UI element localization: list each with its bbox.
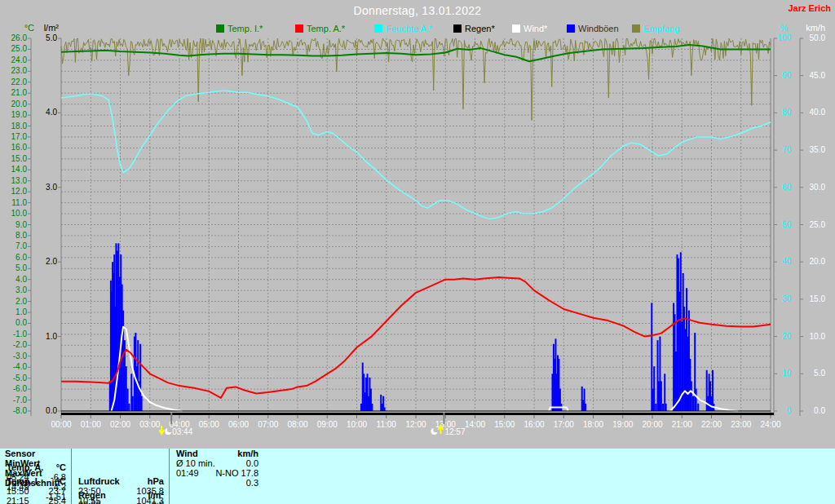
humidity-tick-label: 60	[782, 183, 792, 192]
series-wind-line	[112, 327, 739, 411]
temp-tick-label: 11.0	[11, 198, 27, 207]
windspeed-tick-label: 25.0	[810, 220, 826, 229]
table-column: Temp. I.°C15:5023.721:1525.424.75	[0, 476, 72, 490]
x-axis-label: 21:00	[672, 420, 692, 429]
temp-tick-label: 6.0	[15, 253, 27, 262]
humidity-axis-labels: 1009080706050403020100	[774, 33, 791, 415]
x-axis-label: 22:00	[701, 420, 722, 429]
chart-grid	[61, 38, 771, 411]
temp-tick-label: 19.0	[11, 110, 28, 119]
marker-time-label: 03:44	[172, 427, 192, 436]
windspeed-tick-label: 10.0	[810, 332, 826, 341]
windspeed-axis-unit: km/h	[806, 23, 825, 33]
humidity-tick-label: 50	[782, 220, 792, 229]
temp-tick-label: 23.0	[11, 66, 28, 75]
temp-tick-label: 0.0	[15, 318, 27, 327]
weather-chart: 26.025.024.023.022.021.020.019.018.017.0…	[0, 0, 835, 449]
temp-tick-label: 20.0	[11, 99, 28, 108]
temp-tick-label: 5.0	[15, 263, 27, 272]
x-axis-label: 11:00	[377, 420, 397, 429]
cell-time: Temp. A.	[7, 462, 43, 472]
x-axis-label: 12:00	[405, 420, 426, 429]
table-row-label: Sensor	[0, 449, 71, 458]
cell-time: Ø 10 min.	[176, 458, 215, 468]
x-axis-label: 18:00	[583, 420, 603, 429]
table-column	[72, 449, 170, 462]
table-column: LuftdruckhPa23:501035.810:551041.3^1.3hP…	[72, 476, 170, 490]
cell-value: N-NO 17.8	[215, 468, 258, 478]
x-axis-label: 17:00	[554, 420, 574, 429]
temp-tick-label: 10.0	[11, 209, 28, 218]
windspeed-tick-label: 20.0	[810, 257, 826, 266]
x-axis-label: 01:00	[81, 420, 101, 429]
x-axis-label: 16:00	[524, 420, 544, 429]
moon-icon	[431, 427, 438, 435]
rain-tick-label: 0.0	[46, 406, 57, 415]
x-axis-label: 14:00	[465, 420, 485, 429]
windspeed-tick-label: 45.0	[810, 71, 826, 80]
x-axis-label: 06:00	[228, 420, 249, 429]
x-axis-line	[61, 413, 774, 415]
rain-tick-label: 5.0	[46, 33, 57, 42]
humidity-tick-label: 20	[782, 332, 792, 341]
temp-axis-unit: °C	[24, 23, 34, 33]
temp-tick-label: 22.0	[11, 77, 28, 86]
table-column: Windkm/hØ 10 min.0.001:49N-NO 17.80.3	[170, 449, 263, 462]
humidity-tick-label: 100	[777, 33, 791, 42]
cell-time: 01:49	[176, 468, 199, 478]
cell-value: l/m²	[148, 490, 164, 500]
x-axis-label: 23:00	[731, 420, 751, 429]
temp-tick-label: -1.0	[13, 329, 28, 338]
table-column	[0, 490, 72, 504]
windspeed-tick-label: 30.0	[810, 183, 826, 192]
humidity-tick-label: 30	[782, 294, 792, 303]
x-axis-label: 02:00	[110, 420, 130, 429]
temp-tick-label: 15.0	[11, 154, 28, 163]
table-cell: Ø 10 min.0.0	[170, 458, 263, 468]
rain-tick-label: 1.0	[46, 332, 57, 341]
temp-tick-label: 21.0	[11, 88, 28, 97]
x-axis-label: 00:00	[51, 420, 71, 429]
temp-tick-label: 9.0	[15, 220, 27, 229]
temp-tick-label: 18.0	[11, 122, 28, 130]
temp-tick-label: -4.0	[13, 362, 28, 371]
temp-tick-label: 2.0	[15, 297, 27, 306]
temp-tick-label: -5.0	[13, 374, 28, 382]
x-axis-label: 03:00	[139, 420, 160, 429]
temp-tick-label: 12.0	[11, 187, 28, 196]
windspeed-axis-labels: 50.045.040.035.030.025.020.015.010.05.00…	[800, 33, 825, 415]
cell-value: °C	[56, 462, 66, 472]
x-axis-label: 09:00	[317, 420, 338, 429]
table-cell	[0, 501, 71, 504]
temp-tick-label: 8.0	[15, 231, 27, 240]
rain-tick-label: 3.0	[46, 183, 57, 192]
temp-tick-label: 1.0	[15, 307, 27, 316]
statistics-table: SensorMinWertMaxWertDurchschnittTemp. A.…	[0, 449, 835, 504]
windspeed-tick-label: 40.0	[810, 108, 826, 117]
cell-value: hPa	[148, 476, 164, 486]
temp-tick-label: 3.0	[15, 285, 27, 294]
temp-axis-labels: 26.025.024.023.022.021.020.019.018.017.0…	[11, 33, 31, 415]
cell-time: Regen	[78, 490, 106, 500]
windspeed-tick-label: 50.0	[810, 33, 826, 42]
cell-value: 0.0	[246, 458, 258, 468]
moon-icon	[165, 427, 172, 435]
table-column-header: Temp. A.°C	[0, 462, 71, 472]
x-axis-label: 05:00	[199, 420, 219, 429]
table-column: Temp. A.°C05:24-6.814:494.2-1.51	[0, 462, 72, 476]
table-cell: 01:49N-NO 17.8	[170, 468, 263, 478]
table-column-header: Windkm/h	[170, 449, 263, 458]
temp-tick-label: 13.0	[11, 176, 28, 185]
series-humidity-line	[61, 91, 771, 219]
temp-tick-label: -8.0	[13, 406, 28, 415]
windspeed-tick-label: 5.0	[814, 369, 825, 378]
table-column-header: Temp. I.°C	[0, 476, 71, 486]
cell-value: 0.3	[246, 478, 258, 488]
table-row-label-column: SensorMinWertMaxWertDurchschnitt	[0, 449, 72, 462]
table-column: Regenl/m²00:000.0Gesamt:0.0	[72, 490, 170, 504]
temp-tick-label: 16.0	[11, 143, 28, 152]
rain-axis-labels: 5.04.03.02.01.00.0	[46, 33, 61, 415]
humidity-tick-label: 80	[782, 108, 792, 117]
temp-tick-label: 26.0	[11, 33, 28, 42]
humidity-tick-label: 90	[782, 71, 792, 80]
